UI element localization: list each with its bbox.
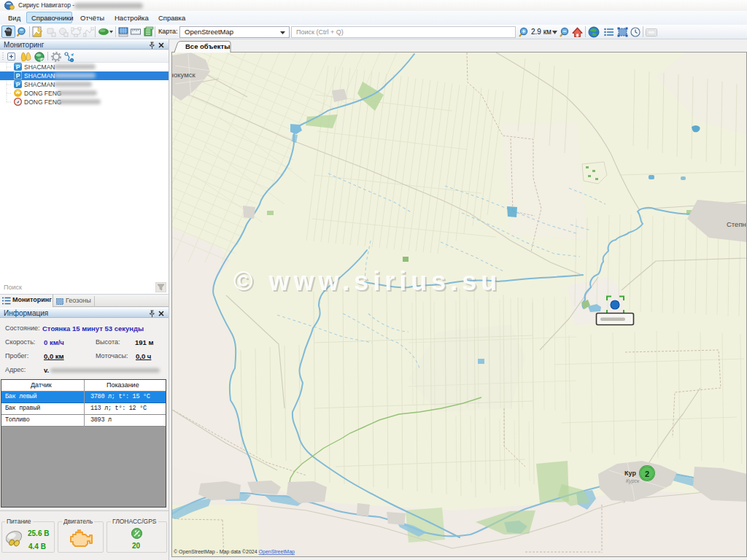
svg-text:P: P bbox=[16, 81, 20, 88]
svg-text:P: P bbox=[16, 72, 20, 79]
svg-text:P: P bbox=[16, 63, 20, 71]
svg-text:Степн: Степн bbox=[727, 220, 746, 228]
svg-text:2: 2 bbox=[645, 470, 649, 478]
svg-text:Кур: Кур bbox=[624, 470, 636, 477]
svg-text:Курск: Курск bbox=[626, 478, 640, 484]
svg-text:© www.sirius.su: © www.sirius.su bbox=[233, 266, 501, 296]
svg-text:© OpenStreetMap - Map data ©20: © OpenStreetMap - Map data ©2024 OpenStr… bbox=[174, 549, 295, 555]
svg-text:чокумск: чокумск bbox=[170, 71, 196, 79]
svg-text:Все объекты: Все объекты bbox=[185, 42, 230, 50]
